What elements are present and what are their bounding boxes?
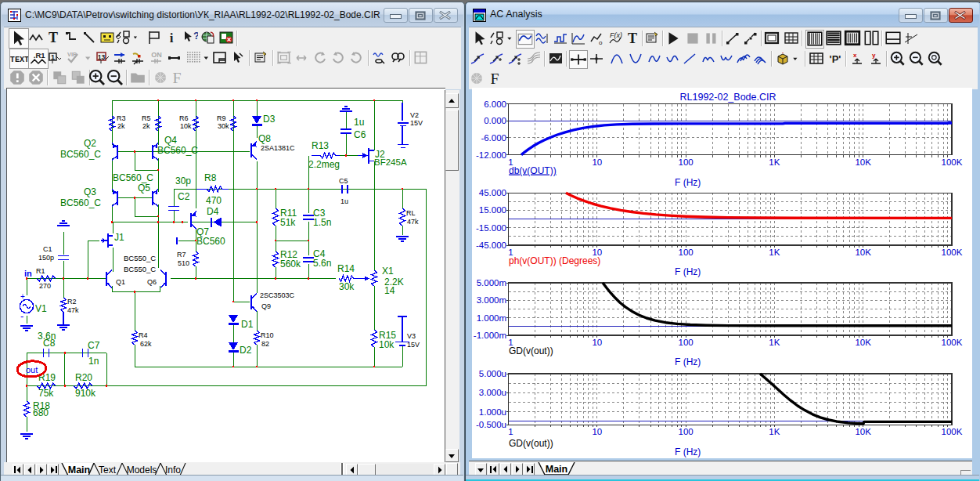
svg-text:Main: Main <box>546 464 567 475</box>
